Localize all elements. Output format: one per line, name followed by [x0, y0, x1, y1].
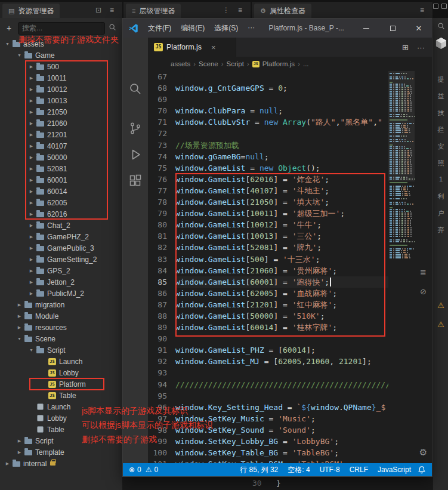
tab-assets-panel[interactable]: ▤ 资源管理器 [2, 4, 60, 18]
run-debug-icon[interactable] [123, 143, 148, 167]
status-item[interactable]: UTF-8 [320, 466, 340, 474]
expand-arrow-icon[interactable]: ▶ [4, 461, 11, 466]
tab-close-icon[interactable]: × [211, 43, 216, 52]
tab-hierarchy-panel[interactable]: ≡ 层级管理器 [126, 4, 181, 18]
code-line-71[interactable]: window.ClubLvStr = new Array("路人","黑名单",… [175, 116, 388, 128]
tree-item-40107[interactable]: ▶40107 [0, 140, 122, 152]
tree-item-gamephz_2[interactable]: ▶GamePHZ_2 [0, 231, 122, 242]
expand-arrow-icon[interactable]: ▶ [27, 212, 35, 217]
tree-item-gamepublic_3[interactable]: ▶GamePublic_3 [0, 242, 122, 254]
tab-platform-js[interactable]: JS Platform.js × [148, 38, 236, 57]
code-line-87[interactable]: window.GameList[21201] = '红中麻将'; [175, 299, 388, 310]
expand-arrow-icon[interactable]: ▶ [16, 439, 23, 443]
tree-item-50000[interactable]: ▶50000 [0, 152, 122, 163]
tree-item-game[interactable]: ▼Game [0, 50, 122, 61]
expand-arrow-icon[interactable]: ▶ [27, 246, 35, 251]
status-item[interactable]: JavaScript [378, 466, 411, 474]
collapse-arrow-icon[interactable]: ▼ [27, 348, 35, 352]
panel-dots-icon[interactable]: ⋮ [223, 6, 230, 14]
tree-item-10013[interactable]: ▶10013 [0, 95, 122, 106]
expand-arrow-icon[interactable]: ▶ [27, 257, 35, 262]
tree-item-gps_2[interactable]: ▶GPS_2 [0, 265, 122, 276]
panel-menu-icon[interactable]: ≡ [420, 6, 424, 14]
tree-item-table[interactable]: JSTable [0, 390, 122, 401]
panel-grid-icon[interactable]: ⊡ [95, 6, 101, 14]
tree-item-migration[interactable]: ▶migration [0, 299, 122, 310]
window-layout-icon-2[interactable] [441, 4, 447, 9]
expand-arrow-icon[interactable]: ▶ [27, 64, 35, 69]
gear-icon[interactable]: ⚙ [415, 447, 432, 458]
expand-arrow-icon[interactable]: ▶ [27, 223, 35, 228]
code-line-72[interactable] [175, 128, 388, 139]
search-activity-icon[interactable] [123, 77, 148, 101]
code-line-83[interactable]: window.GameList[500] = '十三水'; [175, 254, 388, 265]
tree-item-platform[interactable]: JSPlatform [0, 378, 122, 390]
asset-search-input[interactable] [22, 24, 101, 32]
maximize-button[interactable] [379, 19, 406, 38]
close-button[interactable]: ✕ [406, 19, 432, 38]
code-line-68[interactable]: window.g_CntGameGPS = 0; [175, 82, 388, 94]
menu-文件(F)[interactable]: 文件(F) [143, 23, 176, 33]
tree-item-10012[interactable]: ▶10012 [0, 84, 122, 95]
problems-errors[interactable]: ⊗ 0 [129, 466, 141, 474]
code-line-70[interactable]: window.ClubPara = null; [175, 105, 388, 116]
warning-icon[interactable]: ⚠ [433, 301, 448, 310]
code-line-69[interactable] [175, 94, 388, 105]
code-line-85[interactable]: window.GameList[60001] = '跑得快'; [175, 276, 388, 288]
code-line-101[interactable]: window.SetKey_Table_BGM = 'TableBGM'; [175, 458, 388, 463]
tree-item-chat_2[interactable]: ▶Chat_2 [0, 220, 122, 231]
asset-search-box[interactable] [18, 22, 105, 35]
tree-item-module[interactable]: ▶Module [0, 310, 122, 322]
panel-menu-icon[interactable]: ≡ [110, 6, 114, 14]
collapse-arrow-icon[interactable]: ▼ [4, 42, 11, 46]
tree-item-21050[interactable]: ▶21050 [0, 106, 122, 118]
expand-arrow-icon[interactable]: ▶ [16, 314, 23, 319]
status-item[interactable]: CRLF [350, 466, 368, 474]
tree-item-60001[interactable]: ▶60001 [0, 174, 122, 186]
tree-item-launch[interactable]: JSLaunch [0, 356, 122, 367]
code-line-77[interactable]: window.GameList[40107] = '斗地主'; [175, 185, 388, 196]
code-line-90[interactable] [175, 333, 388, 344]
breadcrumb-item[interactable]: Script [227, 60, 244, 67]
breadcrumb-item[interactable]: Scene [199, 60, 218, 67]
panel-menu-icon[interactable]: ≡ [238, 6, 242, 14]
warning-icon[interactable]: ⚠ [433, 320, 448, 329]
collapse-arrow-icon[interactable]: ▼ [16, 53, 23, 57]
list-icon[interactable]: ≣ [415, 268, 432, 277]
expand-arrow-icon[interactable]: ▶ [16, 303, 23, 307]
tree-item-21201[interactable]: ▶21201 [0, 129, 122, 140]
tab-inspector-panel[interactable]: ⚙ 属性检查器 [254, 4, 311, 18]
expand-arrow-icon[interactable]: ▶ [27, 87, 35, 92]
expand-arrow-icon[interactable]: ▶ [27, 144, 35, 149]
tree-item-resources[interactable]: ▶resources [0, 322, 122, 333]
code-line-76[interactable]: window.GameList[62016] = '炸金花'; [175, 174, 388, 185]
breadcrumb-item[interactable]: assets [171, 60, 190, 67]
tree-item-template[interactable]: ▶Template [0, 446, 122, 458]
code-line-82[interactable]: window.GameList[52081] = '牌九'; [175, 242, 388, 253]
search-icon[interactable] [109, 23, 116, 33]
code-line-91[interactable]: window.GameList_PHZ = [60014]; [175, 344, 388, 356]
code-line-88[interactable]: window.GameList[50000] = '510K'; [175, 310, 388, 322]
expand-arrow-icon[interactable]: ▶ [16, 325, 23, 330]
code-line-100[interactable]: window.SetKey_Table_BG = 'TableBG'; [175, 447, 388, 458]
extensions-icon[interactable] [123, 169, 148, 193]
status-item[interactable]: 行 85, 列 32 [240, 465, 278, 475]
tree-item-62016[interactable]: ▶62016 [0, 208, 122, 220]
code-line-95[interactable] [175, 390, 388, 402]
expand-arrow-icon[interactable]: ▶ [27, 132, 35, 137]
code-line-86[interactable]: window.GameList[62005] = '血战麻将'; [175, 288, 388, 299]
expand-arrow-icon[interactable]: ▶ [27, 280, 35, 285]
tree-item-internal[interactable]: ▶internal [0, 458, 122, 469]
tree-item-script[interactable]: ▼Script [0, 344, 122, 356]
tree-item-gamesetting_2[interactable]: ▶GameSetting_2 [0, 254, 122, 265]
tree-item-10011[interactable]: ▶10011 [0, 72, 122, 84]
expand-arrow-icon[interactable]: ▶ [27, 110, 35, 115]
add-asset-button[interactable]: + [4, 23, 14, 33]
code-line-78[interactable]: window.GameList[21050] = '填大坑'; [175, 196, 388, 208]
code-line-94[interactable]: ////////////////////////////////////////… [175, 379, 388, 390]
tree-item-scene[interactable]: ▼Scene [0, 333, 122, 344]
tree-item-62005[interactable]: ▶62005 [0, 197, 122, 208]
code-line-92[interactable]: window.GameList_MJ = [62005,21060, 21201… [175, 356, 388, 367]
blocked-icon[interactable]: ⊘ [415, 287, 432, 296]
tree-item-jetton_2[interactable]: ▶Jetton_2 [0, 276, 122, 288]
